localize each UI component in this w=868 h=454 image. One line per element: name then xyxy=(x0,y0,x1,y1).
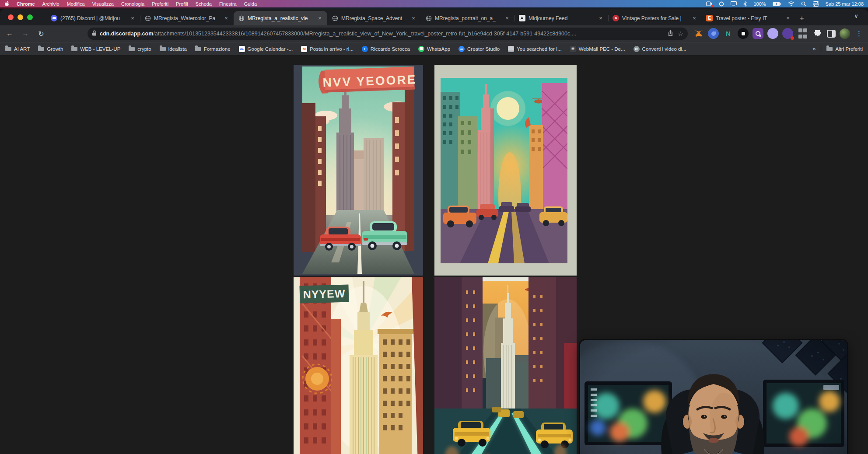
bookmark-folder-idealista[interactable]: idealista xyxy=(160,46,187,52)
tab-close-button[interactable]: × xyxy=(223,15,229,21)
menu-finestra[interactable]: Finestra xyxy=(219,1,237,7)
browser-toolbar: ← → ↻ cdn.discordapp.com /attachments/10… xyxy=(0,25,868,42)
tab-close-button[interactable]: × xyxy=(785,15,791,21)
poster-bottom-right-new-york xyxy=(434,277,577,454)
tab-watercolor[interactable]: MRregista_Watercolor_Pa × xyxy=(140,11,234,25)
globe-favicon xyxy=(144,15,151,21)
lavender-extension-icon[interactable] xyxy=(767,28,778,39)
gmail-icon: M xyxy=(301,46,307,52)
tab-midjourney-feed[interactable]: Midjourney Feed × xyxy=(514,11,608,25)
image-viewer-page: NVV YEOORE xyxy=(0,55,868,454)
bookmark-star-icon[interactable]: ☆ xyxy=(678,30,683,37)
menu-guida[interactable]: Guida xyxy=(244,1,257,7)
menu-profili[interactable]: Profili xyxy=(176,1,188,7)
wifi-icon[interactable] xyxy=(788,1,794,7)
recording-dot xyxy=(711,5,714,7)
zoom-window-button[interactable] xyxy=(27,14,33,20)
minimize-window-button[interactable] xyxy=(18,14,23,20)
bookmark-you-searched[interactable]: You searched for I... xyxy=(508,46,562,52)
ring-app-icon[interactable] xyxy=(719,1,724,7)
tab-label: MRregista_a_realistic_vie xyxy=(248,15,314,21)
password-key-extension-icon[interactable] xyxy=(752,28,763,39)
new-tab-button[interactable]: + xyxy=(795,11,808,25)
menu-archivio[interactable]: Archivio xyxy=(42,1,60,7)
bookmarks-overflow-chevron[interactable]: » xyxy=(812,45,816,52)
bookmark-facebook-profile[interactable]: fRiccardo Scrocca xyxy=(362,46,410,52)
presenter-video xyxy=(580,340,847,454)
poster-grid-image[interactable]: NYYEW xyxy=(294,277,423,454)
lock-icon xyxy=(92,30,97,38)
bookmark-folder-ai-art[interactable]: AI ART xyxy=(5,46,30,52)
tab-space-adventure[interactable]: MRregista_Space_Advent × xyxy=(327,11,421,25)
bookmark-google-calendar[interactable]: 31Google Calendar -... xyxy=(239,46,293,52)
bookmark-gmail-inbox[interactable]: MPosta in arrivo - ri... xyxy=(301,46,354,52)
poster-grid-image[interactable]: NVV YEOORE xyxy=(294,65,423,276)
forward-button[interactable]: → xyxy=(19,30,32,38)
tab-search-chevron[interactable]: ∨ xyxy=(850,13,862,19)
chrome-menu-icon[interactable]: ⋮ xyxy=(856,30,862,38)
bookmark-creator-studio[interactable]: ∞Creator Studio xyxy=(458,46,500,52)
control-center-icon[interactable] xyxy=(813,1,819,7)
side-panel-icon[interactable] xyxy=(827,30,836,38)
desktop-wallpaper-sliver xyxy=(0,7,868,9)
black-circle-extension-icon[interactable] xyxy=(738,28,749,39)
page-icon xyxy=(508,46,514,52)
tab-realistic-view-active[interactable]: MRregista_a_realistic_vie × xyxy=(234,11,327,25)
convert-icon: ⇄ xyxy=(634,46,640,52)
poster-grid-image[interactable] xyxy=(434,277,577,454)
menu-modifica[interactable]: Modifica xyxy=(67,1,85,7)
bookmark-whatsapp[interactable]: ☎WhatsApp xyxy=(418,46,450,52)
menu-scheda[interactable]: Scheda xyxy=(196,1,212,7)
metamask-extension-icon[interactable] xyxy=(693,28,704,39)
extensions-row: N ⋮ xyxy=(693,28,862,39)
poster-grid-image[interactable] xyxy=(434,65,577,276)
bookmark-folder-altri-preferiti[interactable]: Altri Preferiti xyxy=(826,46,863,52)
teal-n-extension-icon[interactable]: N xyxy=(723,28,734,39)
battery-icon[interactable] xyxy=(773,1,781,7)
tab-vintage-posters[interactable]: Vintage Posters for Sale | × xyxy=(608,11,702,25)
tab-label: MRregista_Watercolor_Pa xyxy=(154,15,220,21)
blue-extension-icon[interactable] xyxy=(708,28,719,39)
tab-close-button[interactable]: × xyxy=(598,15,604,21)
bookmark-webmail-pec[interactable]: ✉WebMail PEC - De... xyxy=(570,46,625,52)
extensions-puzzle-icon[interactable] xyxy=(812,28,823,39)
profile-avatar[interactable] xyxy=(840,28,850,39)
close-window-button[interactable] xyxy=(8,14,14,20)
whatsapp-icon: ☎ xyxy=(418,46,424,52)
globe-favicon xyxy=(238,15,245,21)
bookmark-folder-formazione[interactable]: Formazione xyxy=(195,46,231,52)
tab-close-button[interactable]: × xyxy=(504,15,510,21)
apple-menu-icon[interactable] xyxy=(4,1,9,7)
spotlight-search-icon[interactable] xyxy=(801,1,806,7)
bookmark-folder-web-level-up[interactable]: WEB - LEVEL-UP xyxy=(71,46,120,52)
tab-label: Travel poster - Etsy IT xyxy=(716,15,782,21)
tab-close-button[interactable]: × xyxy=(317,15,323,21)
tab-label: (2765) Discord | @Midjou xyxy=(60,15,126,21)
share-icon[interactable] xyxy=(668,30,673,38)
bookmark-folder-crypto[interactable]: crypto xyxy=(129,46,151,52)
grid-extension-icon[interactable] xyxy=(797,28,808,39)
menubar-clock[interactable]: Sab 25 mar 12:08 xyxy=(826,1,864,7)
address-bar[interactable]: cdn.discordapp.com /attachments/10135123… xyxy=(88,28,688,40)
tab-close-button[interactable]: × xyxy=(130,15,136,21)
menu-visualizza[interactable]: Visualizza xyxy=(92,1,114,7)
tab-close-button[interactable]: × xyxy=(410,15,416,21)
menu-cronologia[interactable]: Cronologia xyxy=(121,1,144,7)
bookmark-converti-video[interactable]: ⇄Converti i video di... xyxy=(634,46,686,52)
tab-label: MRregista_Space_Advent xyxy=(341,15,407,21)
bluetooth-icon[interactable] xyxy=(743,1,747,7)
bookmark-folder-growth[interactable]: Growth xyxy=(38,46,63,52)
purple-extension-icon[interactable] xyxy=(782,28,793,39)
tab-portrait[interactable]: MRregista_portrait_on_a_ × xyxy=(421,11,514,25)
tab-close-button[interactable]: × xyxy=(691,15,697,21)
display-icon[interactable] xyxy=(731,1,737,7)
screen-record-icon[interactable] xyxy=(706,1,712,7)
menubar-app-name[interactable]: Chrome xyxy=(17,1,35,7)
tab-discord[interactable]: (2765) Discord | @Midjou × xyxy=(46,11,140,25)
menu-preferiti[interactable]: Preferiti xyxy=(152,1,168,7)
poster-top-left-new-york: NVV YEOORE xyxy=(294,65,423,276)
reload-button[interactable]: ↻ xyxy=(35,30,47,38)
back-button[interactable]: ← xyxy=(4,30,16,38)
globe-favicon xyxy=(425,15,432,21)
tab-etsy[interactable]: E Travel poster - Etsy IT × xyxy=(702,11,795,25)
